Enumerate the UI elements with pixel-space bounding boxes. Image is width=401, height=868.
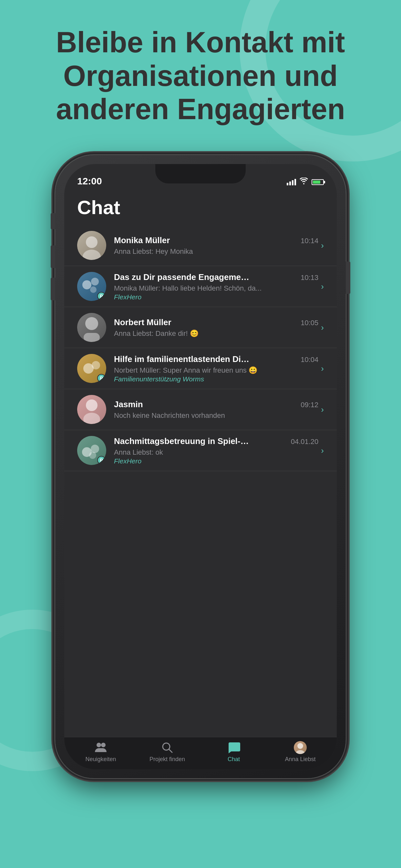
chat-icon [227, 740, 241, 755]
chat-preview-jasmin: Noch keine Nachrichten vorhanden [114, 411, 285, 420]
chat-item-engagement[interactable]: P Das zu Dir passende Engagement! 10:13 … [64, 266, 337, 307]
chevron-icon: › [321, 364, 324, 374]
chat-info-jasmin: Jasmin 09:12 Noch keine Nachrichten vorh… [114, 399, 318, 420]
chat-info-norbert: Norbert Müller 10:05 Anna Liebst: Danke … [114, 317, 318, 338]
avatar-badge-engagement: P [97, 292, 105, 300]
phone-shell: 12:00 [55, 155, 346, 778]
chat-item-monika[interactable]: Monika Müller 10:14 Anna Liebst: Hey Mon… [64, 225, 337, 266]
chat-preview-hilfe: Norbert Müller: Super Anna wir freuen un… [114, 366, 285, 375]
svg-point-2 [82, 280, 91, 289]
chat-time-jasmin: 09:12 [301, 401, 318, 409]
svg-point-0 [86, 237, 97, 248]
avatar-badge-nachmittag: P [97, 456, 105, 464]
phone-screen: 12:00 [64, 164, 337, 769]
chat-subtitle-hilfe: Familienunterstützung Worms [114, 375, 318, 383]
svg-point-1 [83, 250, 101, 260]
chat-name-hilfe: Hilfe im familienentlastenden Dienst [114, 354, 250, 364]
chat-item-jasmin[interactable]: Jasmin 09:12 Noch keine Nachrichten vorh… [64, 389, 337, 430]
tab-label-anna-liebst: Anna Liebst [285, 756, 315, 763]
chat-subtitle-engagement: FlexHero [114, 293, 318, 301]
chat-time-engagement: 10:13 [301, 274, 318, 282]
status-icons [287, 178, 324, 187]
signal-bars-icon [287, 179, 296, 185]
chat-info-hilfe: Hilfe im familienentlastenden Dienst 10:… [114, 354, 318, 383]
chevron-icon: › [321, 282, 324, 291]
chat-info-monika: Monika Müller 10:14 Anna Liebst: Hey Mon… [114, 236, 318, 256]
chevron-icon: › [321, 405, 324, 414]
chat-name-engagement: Das zu Dir passende Engagement! [114, 272, 250, 282]
svg-rect-6 [84, 333, 100, 342]
svg-point-4 [90, 286, 96, 293]
avatar-engagement: P [77, 272, 106, 301]
chat-list: Monika Müller 10:14 Anna Liebst: Hey Mon… [64, 225, 337, 471]
profile-icon [293, 740, 307, 755]
battery-icon [312, 179, 324, 185]
volume-down-button [51, 278, 55, 300]
chat-item-hilfe[interactable]: P Hilfe im familienentlastenden Dienst 1… [64, 348, 337, 389]
chat-preview-nachmittag: Anna Liebst: ok [114, 448, 285, 457]
notch [155, 164, 246, 183]
tab-neuigkeiten[interactable]: Neuigkeiten [67, 740, 134, 763]
svg-point-15 [101, 743, 105, 747]
wifi-icon [299, 178, 308, 187]
avatar-badge-hilfe: P [97, 374, 105, 382]
chevron-icon: › [321, 445, 324, 456]
mute-switch [51, 213, 55, 229]
svg-point-10 [83, 413, 100, 424]
svg-point-8 [92, 361, 100, 369]
chat-time-nachmittag: 04.01.20 [291, 438, 319, 446]
tab-projekt-finden[interactable]: Projekt finden [134, 740, 201, 763]
avatar-hilfe: P [77, 354, 106, 383]
tab-label-chat: Chat [227, 756, 240, 763]
chat-name-monika: Monika Müller [114, 236, 170, 245]
chat-name-nachmittag: Nachmittagsbetreuung in Spiel- ... [114, 436, 250, 446]
svg-point-14 [96, 743, 101, 747]
tab-anna-liebst[interactable]: Anna Liebst [267, 740, 334, 763]
tab-bar: Neuigkeiten Projekt finden [64, 737, 337, 769]
svg-point-19 [296, 750, 305, 754]
chat-time-norbert: 10:05 [301, 319, 318, 327]
chat-time-hilfe: 10:04 [301, 355, 318, 364]
avatar-monika [77, 231, 106, 260]
svg-point-13 [89, 452, 96, 459]
headline-section: Bleibe in Kontakt mit Organisationen und… [0, 26, 401, 126]
power-button [346, 261, 350, 294]
svg-point-18 [297, 743, 303, 749]
chevron-icon: › [321, 322, 324, 333]
app-content: Chat [64, 190, 337, 737]
chat-preview-monika: Anna Liebst: Hey Monika [114, 247, 285, 256]
avatar-norbert [77, 313, 106, 342]
svg-point-3 [91, 278, 99, 285]
headline-text: Bleibe in Kontakt mit Organisationen und… [19, 26, 382, 126]
chat-item-nachmittag[interactable]: P Nachmittagsbetreuung in Spiel- ... 04.… [64, 430, 337, 471]
svg-line-17 [169, 749, 172, 752]
svg-point-9 [86, 399, 97, 411]
chat-preview-engagement: Monika Müller: Hallo liebe Helden! Schön… [114, 284, 285, 292]
phone-mockup: 12:00 [55, 155, 346, 778]
chat-info-engagement: Das zu Dir passende Engagement! 10:13 Mo… [114, 272, 318, 301]
avatar-nachmittag: P [77, 436, 106, 465]
tab-chat[interactable]: Chat [201, 740, 267, 763]
svg-point-12 [91, 445, 99, 453]
volume-up-button [51, 245, 55, 268]
tab-label-projekt-finden: Projekt finden [150, 756, 185, 763]
chat-item-norbert[interactable]: Norbert Müller 10:05 Anna Liebst: Danke … [64, 307, 337, 348]
chevron-icon: › [321, 241, 324, 251]
svg-point-5 [85, 317, 98, 330]
avatar-jasmin [77, 395, 106, 424]
search-icon [160, 740, 174, 755]
chat-time-monika: 10:14 [301, 237, 318, 245]
people-icon [94, 740, 108, 755]
chat-preview-norbert: Anna Liebst: Danke dir! 😊 [114, 330, 285, 338]
chat-name-norbert: Norbert Müller [114, 317, 172, 328]
chat-subtitle-nachmittag: FlexHero [114, 457, 318, 465]
chat-screen-title: Chat [64, 190, 337, 225]
chat-info-nachmittag: Nachmittagsbetreuung in Spiel- ... 04.01… [114, 436, 318, 465]
tab-label-neuigkeiten: Neuigkeiten [85, 756, 116, 763]
status-time: 12:00 [77, 176, 102, 187]
chat-name-jasmin: Jasmin [114, 399, 143, 409]
